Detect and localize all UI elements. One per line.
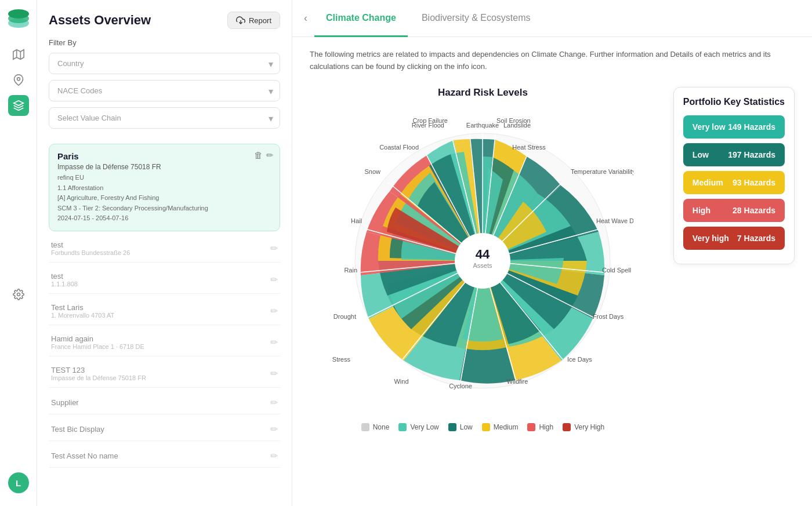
legend-color-very-low bbox=[398, 423, 407, 431]
svg-text:Drought: Drought bbox=[334, 313, 356, 320]
edit-icon[interactable]: ✏ bbox=[270, 305, 278, 316]
portfolio-stats-box: Portfolio Key Statistics Very low 149 Ha… bbox=[673, 87, 795, 264]
edit-icon[interactable]: ✏ bbox=[270, 424, 278, 435]
value-chain-filter[interactable]: Select Value Chain ▾ bbox=[49, 107, 280, 129]
sidebar-item-settings[interactable] bbox=[8, 284, 29, 305]
hazard-chart: 44 Assets bbox=[332, 110, 633, 412]
legend-medium: Medium bbox=[482, 423, 519, 431]
svg-text:Heat Wave Days: Heat Wave Days bbox=[596, 217, 633, 224]
list-item[interactable]: TEST 123 Impasse de la Défense 75018 FR … bbox=[49, 360, 280, 388]
legend-color-medium bbox=[482, 423, 490, 431]
legend-color-low bbox=[448, 423, 456, 431]
edit-icon[interactable]: ✏ bbox=[270, 337, 278, 348]
chart-legend: None Very Low Low Medium bbox=[361, 423, 604, 431]
edit-icon[interactable]: ✏ bbox=[270, 274, 278, 285]
svg-text:Frost Days: Frost Days bbox=[593, 313, 624, 320]
edit-icon[interactable]: ✏ bbox=[266, 150, 274, 161]
app-logo bbox=[7, 7, 30, 30]
tab-biodiversity[interactable]: Biodiversity & Ecosystems bbox=[410, 1, 542, 37]
svg-text:Wind: Wind bbox=[394, 378, 409, 385]
svg-marker-7 bbox=[13, 101, 23, 105]
legend-high: High bbox=[527, 423, 553, 431]
asset-meta: refinq EU 1.1 Afforestation [A] Agricult… bbox=[57, 173, 271, 224]
asset-address: Impasse de la Défense 75018 FR bbox=[57, 163, 271, 171]
legend-none: None bbox=[361, 423, 390, 431]
list-item[interactable]: Hamid again France Hamid Place 1 · 6718 … bbox=[49, 329, 280, 356]
legend-color-high bbox=[527, 423, 535, 431]
svg-text:Heat Stress: Heat Stress bbox=[513, 144, 546, 151]
svg-text:Crop Failure: Crop Failure bbox=[413, 117, 448, 124]
stat-medium: Medium 93 Hazards bbox=[683, 171, 785, 194]
active-asset-card[interactable]: 🗑 ✏ Paris Impasse de la Défense 75018 FR… bbox=[49, 144, 280, 231]
tab-climate-change[interactable]: Climate Change bbox=[314, 1, 408, 37]
main-content: ‹ Climate Change Biodiversity & Ecosyste… bbox=[292, 0, 812, 506]
left-panel: Assets Overview Report Filter By Country… bbox=[37, 0, 292, 506]
svg-text:Temperature Variability: Temperature Variability bbox=[571, 168, 633, 175]
legend-color-very-high bbox=[563, 423, 571, 431]
page-title: Assets Overview bbox=[49, 13, 151, 28]
svg-text:Assets: Assets bbox=[473, 262, 493, 269]
stat-high: High 28 Hazards bbox=[683, 199, 785, 222]
panel-header: Assets Overview Report bbox=[49, 12, 280, 29]
edit-icon[interactable]: ✏ bbox=[270, 368, 278, 379]
svg-text:Cyclone: Cyclone bbox=[449, 383, 473, 389]
edit-icon[interactable]: ✏ bbox=[270, 397, 278, 408]
sidebar-item-location[interactable] bbox=[8, 70, 29, 90]
svg-text:44: 44 bbox=[476, 247, 490, 261]
user-avatar[interactable]: L bbox=[8, 472, 29, 493]
list-item[interactable]: test 1.1.1.808 ✏ bbox=[49, 266, 280, 294]
nace-select[interactable]: NACE Codes bbox=[49, 80, 280, 101]
filter-label: Filter By bbox=[49, 38, 280, 47]
svg-point-6 bbox=[17, 78, 20, 81]
country-filter[interactable]: Country ▾ bbox=[49, 53, 280, 74]
description-text: The following metrics are related to imp… bbox=[310, 49, 795, 73]
sidebar-item-layers[interactable] bbox=[8, 95, 29, 116]
report-button[interactable]: Report bbox=[227, 12, 280, 29]
legend-very-low: Very Low bbox=[398, 423, 438, 431]
svg-text:Wildfire: Wildfire bbox=[507, 378, 528, 385]
svg-text:Coastal Flood: Coastal Flood bbox=[380, 144, 419, 151]
stat-low: Low 197 Hazards bbox=[683, 143, 785, 166]
chart-section: Hazard Risk Levels 44 Assets bbox=[310, 87, 795, 431]
nace-filter[interactable]: NACE Codes ▾ bbox=[49, 80, 280, 101]
legend-very-high: Very High bbox=[563, 423, 604, 431]
svg-point-2 bbox=[8, 9, 29, 19]
svg-marker-3 bbox=[13, 50, 23, 60]
svg-text:Landslide: Landslide bbox=[503, 122, 531, 129]
sidebar-item-map[interactable] bbox=[8, 44, 29, 65]
svg-text:Ice Days: Ice Days bbox=[567, 356, 592, 363]
cloud-icon bbox=[236, 16, 245, 25]
list-item[interactable]: test Forbundts Bundesstraße 26 ✏ bbox=[49, 235, 280, 263]
content-area: The following metrics are related to imp… bbox=[292, 37, 812, 506]
svg-point-8 bbox=[17, 293, 20, 296]
asset-list: 🗑 ✏ Paris Impasse de la Défense 75018 FR… bbox=[49, 144, 280, 468]
list-item[interactable]: Test Asset No name ✏ bbox=[49, 445, 280, 468]
country-select[interactable]: Country bbox=[49, 53, 280, 74]
value-chain-select[interactable]: Select Value Chain bbox=[49, 107, 280, 129]
stat-very-low: Very low 149 Hazards bbox=[683, 115, 785, 139]
list-item[interactable]: Test Bic Display ✏ bbox=[49, 418, 280, 441]
chart-title: Hazard Risk Levels bbox=[438, 87, 528, 99]
legend-low: Low bbox=[448, 423, 473, 431]
edit-icon[interactable]: ✏ bbox=[270, 243, 278, 254]
edit-icon[interactable]: ✏ bbox=[270, 450, 278, 461]
svg-text:Cold Spell Days: Cold Spell Days bbox=[602, 267, 633, 274]
tabs-bar: ‹ Climate Change Biodiversity & Ecosyste… bbox=[292, 0, 812, 37]
list-item[interactable]: Test Laris 1. Morenvallo 4703 AT ✏ bbox=[49, 297, 280, 325]
delete-icon[interactable]: 🗑 bbox=[254, 150, 263, 161]
list-item[interactable]: Supplier ✏ bbox=[49, 391, 280, 414]
svg-text:Hail: Hail bbox=[351, 217, 362, 224]
svg-text:Water Stress: Water Stress bbox=[332, 356, 350, 363]
svg-text:Snow: Snow bbox=[365, 168, 381, 175]
svg-text:Rain: Rain bbox=[345, 267, 358, 274]
stat-very-high: Very high 7 Hazards bbox=[683, 227, 785, 250]
legend-color-none bbox=[361, 423, 369, 431]
sidebar: L bbox=[0, 0, 37, 506]
svg-text:Earthquake: Earthquake bbox=[466, 122, 499, 129]
asset-name: Paris bbox=[57, 151, 271, 161]
back-button[interactable]: ‹ bbox=[304, 12, 307, 24]
asset-card-actions: 🗑 ✏ bbox=[254, 150, 274, 161]
chart-wrap: Hazard Risk Levels 44 Assets bbox=[310, 87, 656, 431]
portfolio-title: Portfolio Key Statistics bbox=[674, 88, 794, 107]
